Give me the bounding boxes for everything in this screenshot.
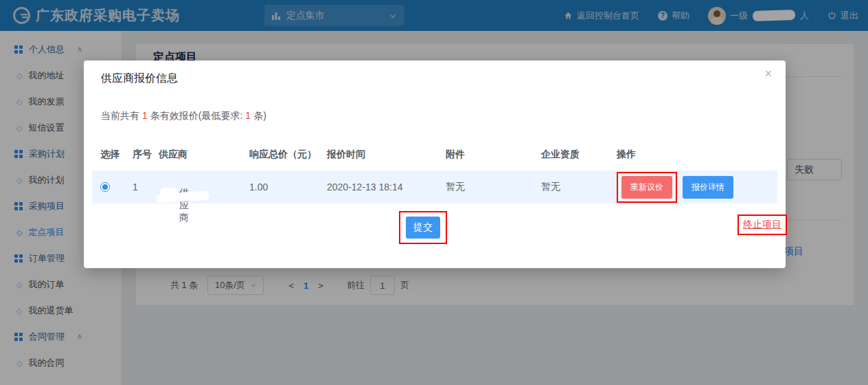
quote-summary: 当前共有1条有效报价(最低要求:1条) (101, 110, 266, 122)
col-qualification: 企业资质 (541, 148, 617, 161)
col-supplier: 供应商 (159, 148, 249, 161)
valid-quote-count: 1 (142, 110, 148, 121)
col-quote-time: 报价时间 (327, 148, 446, 161)
modal-title: 供应商报价信息 (101, 72, 178, 86)
renegotiate-button[interactable]: 重新议价 (621, 176, 672, 199)
annotation-box-terminate: 终止项目 (738, 214, 787, 235)
row-attachment: 暂无 (446, 181, 541, 193)
supplier-quote-modal: 供应商报价信息 × 当前共有1条有效报价(最低要求:1条) 选择 序号 供应商 … (84, 60, 786, 268)
table-row: 1 供应商 1.00 2020-12-13 18:14 暂无 暂无 重新议价 (92, 170, 777, 204)
row-total-price: 1.00 (249, 182, 327, 192)
table-header-row: 选择 序号 供应商 响应总价（元） 报价时间 附件 企业资质 操作 (84, 143, 786, 166)
row-qualification: 暂无 (541, 181, 617, 193)
col-total-price: 响应总价（元） (249, 148, 327, 161)
terminate-project-link[interactable]: 终止项目 (743, 219, 781, 231)
col-index: 序号 (133, 148, 159, 161)
annotation-box-submit: 提交 (399, 211, 447, 244)
submit-button[interactable]: 提交 (406, 217, 440, 239)
col-operations: 操作 (617, 148, 786, 161)
app: 广东政府采购电子卖场 定点集市 返回控制台首页 ? 帮助 (0, 0, 868, 385)
col-attachment: 附件 (446, 148, 541, 161)
quote-details-button[interactable]: 报价详情 (683, 176, 733, 199)
annotation-box-renegotiate: 重新议价 (617, 172, 677, 203)
row-index: 1 (133, 182, 159, 192)
redaction-blob (160, 187, 179, 196)
row-quote-time: 2020-12-13 18:14 (327, 182, 446, 192)
row-select-radio[interactable] (100, 182, 110, 192)
col-select: 选择 (100, 148, 133, 161)
close-icon[interactable]: × (764, 67, 772, 80)
min-quote-count: 1 (245, 110, 251, 121)
